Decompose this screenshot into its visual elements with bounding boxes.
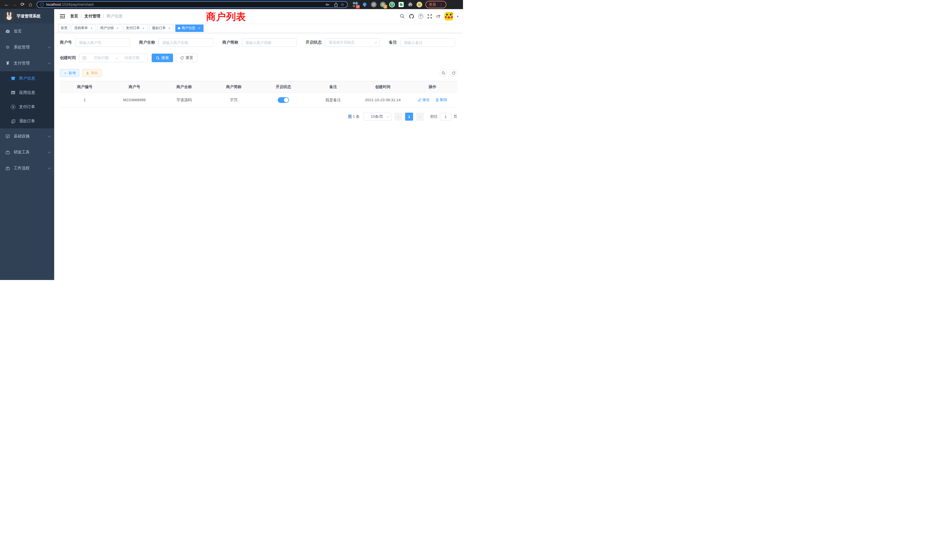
- font-size-icon[interactable]: TT: [436, 14, 440, 19]
- status-select[interactable]: 请选择开启状态: [325, 38, 380, 47]
- extensions-menu-button[interactable]: [407, 2, 413, 8]
- column-header: 开启状态: [259, 81, 308, 93]
- pagination: 共 1 条 10条/页 ‹ 1 › 前往 页: [60, 113, 457, 121]
- app-logo[interactable]: 芋道管理系统: [0, 9, 54, 23]
- close-icon[interactable]: ×: [141, 26, 145, 30]
- merchant-table: 商户编号 商户号 商户全称 商户简称 开启状态 备注 创建时间 操作 1 M23…: [60, 81, 457, 107]
- breadcrumb-payment[interactable]: 支付管理: [85, 14, 100, 19]
- breadcrumb-home[interactable]: 首页: [70, 14, 78, 19]
- logo-image: [5, 12, 14, 21]
- delete-link[interactable]: 删除: [435, 97, 447, 102]
- export-button-label: 导出: [91, 71, 98, 76]
- avatar-caret-icon[interactable]: ▾: [457, 15, 458, 18]
- search-icon: [442, 71, 445, 75]
- prev-page-button[interactable]: ‹: [394, 113, 402, 121]
- cell-merchant-no: M233666999: [109, 93, 159, 107]
- sidebar-item-dev-tools[interactable]: 研发工具: [0, 144, 54, 160]
- drop-icon: [362, 2, 367, 7]
- range-separator: -: [116, 56, 117, 60]
- merchant-no-input[interactable]: [75, 38, 130, 47]
- merchant-full-name-input[interactable]: [159, 38, 213, 47]
- add-button[interactable]: ＋ 新增: [60, 69, 79, 77]
- goto-page-input[interactable]: [440, 113, 451, 120]
- tab-pay-order[interactable]: 支付订单×: [123, 24, 148, 32]
- password-key-icon[interactable]: [325, 2, 330, 7]
- tab-flow-form[interactable]: 流程表单×: [71, 24, 96, 32]
- search-button[interactable]: 搜索: [152, 54, 173, 62]
- browser-forward-button[interactable]: →: [11, 1, 18, 8]
- tab-user-group[interactable]: 用户分组×: [97, 24, 122, 32]
- close-icon[interactable]: ×: [115, 26, 120, 30]
- total-number: 1: [352, 114, 356, 119]
- remark-input[interactable]: [400, 38, 455, 47]
- help-icon[interactable]: ?: [418, 14, 424, 19]
- yen-icon: ¥: [5, 61, 10, 66]
- profile-avatar-button[interactable]: [416, 2, 422, 8]
- extension-y-icon[interactable]: Y: [389, 2, 395, 8]
- app-title: 芋道管理系统: [17, 14, 41, 19]
- sidebar-item-workflow[interactable]: 工作流程: [0, 160, 54, 176]
- close-icon[interactable]: ×: [167, 26, 171, 30]
- cell-merchant-id: 1: [60, 93, 109, 107]
- tab-label: 支付订单: [126, 26, 140, 30]
- status-toggle[interactable]: [278, 97, 289, 103]
- close-icon[interactable]: ×: [197, 26, 201, 30]
- extension-command-icon[interactable]: ⌘: [371, 2, 377, 8]
- sidebar-item-home[interactable]: 首页: [0, 23, 54, 39]
- merchant-short-name-input[interactable]: [242, 38, 297, 47]
- browser-home-button[interactable]: ⌂: [27, 1, 34, 8]
- page-unit-label: 页: [454, 114, 457, 119]
- extension-green-icon[interactable]: [398, 2, 404, 8]
- refresh-table-button[interactable]: [450, 69, 457, 77]
- browser-back-button[interactable]: ←: [3, 1, 10, 8]
- bookmark-star-icon[interactable]: ☆: [340, 2, 344, 7]
- tab-home[interactable]: 首页: [58, 24, 70, 32]
- tab-refund-order[interactable]: 退款订单×: [150, 24, 174, 32]
- show-search-button[interactable]: [440, 69, 447, 77]
- address-bar[interactable]: i localhost:1024/pay/merchant ☆: [36, 1, 348, 8]
- column-header: 操作: [408, 81, 457, 93]
- browser-menu-icon[interactable]: ⋮: [439, 2, 443, 7]
- site-info-icon[interactable]: i: [40, 3, 44, 6]
- page-size-select[interactable]: 10条/页: [363, 113, 392, 121]
- page-1-button[interactable]: 1: [405, 113, 413, 121]
- trash-icon: [435, 98, 439, 102]
- column-header: 商户号: [109, 81, 159, 93]
- header-search-icon[interactable]: [400, 14, 405, 19]
- sidebar-item-payment[interactable]: ¥ 支付管理: [0, 55, 54, 71]
- extension-devtools-icon[interactable]: 10: [353, 2, 359, 8]
- sidebar-item-pay-order[interactable]: ¥ 支付订单: [0, 100, 54, 114]
- gear-icon: ⚙: [5, 45, 10, 50]
- chevron-up-icon: [48, 62, 51, 65]
- extension-recorder-icon[interactable]: 1: [380, 2, 386, 8]
- fullscreen-icon[interactable]: [427, 14, 432, 19]
- create-time-range-picker[interactable]: 开始日期 - 结束日期: [79, 54, 148, 62]
- sidebar-item-system[interactable]: ⚙ 系统管理: [0, 39, 54, 55]
- filter-row-1: 商户号 商户全称 商户简称 开启状态 请选择开启状态: [60, 38, 457, 47]
- extension-drop-icon[interactable]: [362, 2, 368, 8]
- browser-update-button[interactable]: 更新 ⋮: [425, 1, 446, 8]
- edit-link[interactable]: 修改: [418, 97, 430, 102]
- cell-remark: 我是备注: [308, 93, 358, 107]
- sidebar-toggle-button[interactable]: [60, 14, 65, 18]
- close-icon[interactable]: ×: [89, 26, 94, 30]
- sidebar-item-refund-order[interactable]: 退款订单: [0, 114, 54, 128]
- export-button[interactable]: 导出: [82, 69, 101, 77]
- sidebar-item-label: 基础设施: [14, 134, 48, 139]
- sidebar-item-infrastructure[interactable]: 基础设施: [0, 128, 54, 144]
- sidebar-item-merchant-info[interactable]: 商户信息: [0, 71, 54, 86]
- reset-button[interactable]: 重置: [176, 54, 197, 62]
- sidebar-item-app-info[interactable]: 应用信息: [0, 86, 54, 100]
- table-tools: [440, 69, 457, 77]
- main-area: 首页 / 支付管理 / 商户信息 ? TT: [54, 9, 463, 280]
- share-icon[interactable]: [334, 2, 338, 7]
- browser-reload-button[interactable]: ⟳: [19, 1, 26, 8]
- chevron-down-icon: [48, 134, 51, 137]
- search-button-label: 搜索: [161, 55, 169, 61]
- update-label: 更新: [429, 2, 436, 7]
- chevron-down-icon: [48, 166, 51, 169]
- github-icon[interactable]: [409, 14, 414, 19]
- next-page-button[interactable]: ›: [416, 113, 424, 121]
- tab-merchant-info[interactable]: 商户信息×: [176, 24, 204, 32]
- user-avatar[interactable]: [445, 12, 453, 21]
